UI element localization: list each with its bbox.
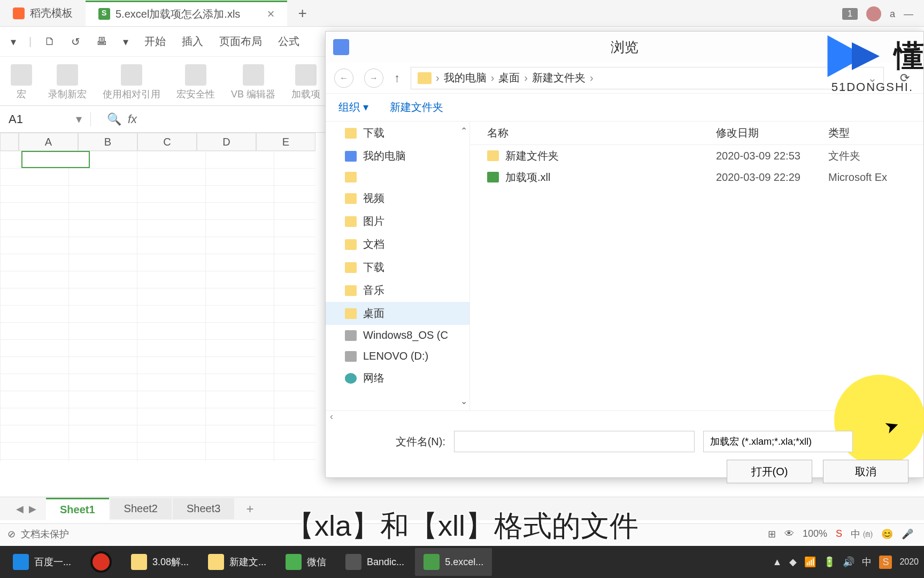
scroll-down-icon[interactable]: ⌄ [460, 396, 467, 406]
new-tab-button[interactable]: + [287, 5, 317, 22]
tree-item[interactable]: 桌面 [326, 302, 469, 325]
tree-item[interactable]: 下载 [326, 256, 469, 279]
user-avatar[interactable] [866, 6, 881, 21]
video-subtitle: 【xla】和【xll】格式的文件 [286, 507, 638, 546]
print-icon[interactable]: 🖶 [93, 33, 110, 50]
column-name[interactable]: 名称 [470, 126, 716, 140]
view-icon[interactable]: ⊞ [768, 528, 776, 540]
macro-button[interactable]: 宏 [11, 64, 32, 101]
tree-item[interactable]: LENOVO (D:) [326, 346, 469, 367]
file-row[interactable]: 加载项.xll2020-03-09 22:29Microsoft Ex [470, 166, 923, 188]
eye-icon[interactable]: 👁 [784, 528, 794, 539]
search-icon[interactable]: 🔍 [107, 112, 121, 126]
folder-tree[interactable]: ⌃ 下载我的电脑视频图片文档下载音乐桌面Windows8_OS (CLENOVO… [326, 121, 470, 410]
mic-icon[interactable]: 🎤 [902, 528, 913, 540]
taskbar-item[interactable]: 百度一... [4, 548, 80, 576]
tree-item[interactable]: 我的电脑 [326, 144, 469, 168]
menu-insert[interactable]: 插入 [179, 32, 206, 51]
tree-item[interactable] [326, 168, 469, 187]
tree-item[interactable]: Windows8_OS (C [326, 325, 469, 346]
forward-button[interactable]: → [364, 69, 383, 88]
fx-label[interactable]: fx [128, 112, 137, 126]
taskbar-item[interactable]: 微信 [277, 548, 335, 576]
addin-button[interactable]: 加载项 [291, 64, 320, 101]
cancel-button[interactable]: 取消 [823, 460, 908, 483]
open-button[interactable]: 打开(O) [727, 460, 812, 483]
tree-item[interactable]: 音乐 [326, 279, 469, 302]
tab-file[interactable]: 5.excel加载项怎么添加.xls × [86, 1, 287, 26]
tab-label: 稻壳模板 [30, 6, 73, 20]
filetype-dropdown[interactable]: 加载宏 (*.xlam;*.xla;*xll) [703, 431, 853, 452]
tree-item[interactable]: 下载 [326, 121, 469, 144]
notification-badge[interactable]: 1 [842, 8, 858, 20]
scroll-up-icon[interactable]: ⌃ [460, 126, 467, 136]
menu-formula[interactable]: 公式 [275, 32, 303, 51]
more-dropdown[interactable]: ▾ [120, 33, 132, 50]
zoom-level[interactable]: 100% [803, 528, 827, 539]
minimize-button[interactable]: — [904, 9, 913, 20]
folder-icon [345, 239, 357, 250]
tree-item[interactable]: 网络 [326, 367, 469, 390]
record-macro-button[interactable]: 录制新宏 [48, 64, 87, 101]
organize-button[interactable]: 组织 ▾ [338, 100, 368, 115]
col-header[interactable]: C [137, 133, 197, 151]
tray-icon[interactable]: ◆ [789, 556, 797, 568]
relative-ref-button[interactable]: 使用相对引用 [103, 64, 160, 101]
sheet-tab[interactable]: Sheet1 [46, 498, 109, 520]
col-header[interactable]: E [256, 133, 315, 151]
cell-reference-box[interactable]: A1▾ [0, 112, 91, 126]
active-cell[interactable] [21, 151, 90, 168]
tree-item[interactable]: 视频 [326, 187, 469, 210]
folder-icon [487, 150, 499, 161]
tray-icon[interactable]: 📶 [804, 556, 816, 568]
ime-lang[interactable]: 中 ㉂ [851, 528, 873, 541]
tray-clock[interactable]: 2020 [899, 557, 919, 567]
col-header[interactable]: A [19, 133, 78, 151]
tray-icon[interactable]: ▲ [773, 557, 782, 568]
system-tray: ▲ ◆ 📶 🔋 🔊 中 S 2020 [773, 556, 919, 569]
tree-item[interactable]: 文档 [326, 233, 469, 256]
close-icon[interactable]: × [267, 6, 274, 21]
menu-layout[interactable]: 页面布局 [216, 32, 265, 51]
taskbar-item[interactable] [82, 548, 120, 576]
sheet-tab[interactable]: Sheet2 [110, 498, 172, 519]
undo-icon[interactable]: ↺ [68, 33, 83, 50]
vb-editor-button[interactable]: VB 编辑器 [231, 64, 275, 101]
ime-tray-icon[interactable]: S [879, 556, 892, 569]
spreadsheet-grid[interactable]: A B C D E [0, 133, 315, 465]
tree-item[interactable]: 图片 [326, 210, 469, 233]
tray-icon[interactable]: 🔊 [843, 556, 854, 568]
sheet-tab[interactable]: Sheet3 [173, 498, 234, 519]
folder-icon [345, 262, 357, 273]
macro-security-button[interactable]: 宏安全性 [176, 64, 215, 101]
add-sheet-button[interactable]: + [235, 501, 264, 516]
col-header[interactable]: D [197, 133, 256, 151]
up-button[interactable]: ↑ [394, 71, 400, 85]
emoji-icon[interactable]: 😊 [881, 528, 893, 540]
menu-home[interactable]: 开始 [141, 32, 169, 51]
sheet-nav[interactable]: ◀▶ [16, 503, 36, 515]
filename-input[interactable] [454, 431, 695, 452]
menu-dropdown[interactable]: ▾ [7, 33, 19, 50]
user-name: a [890, 9, 895, 20]
taskbar: 百度一...3.08解...新建文...微信Bandic...5.excel..… [0, 546, 924, 578]
col-header[interactable]: B [78, 133, 137, 151]
save-icon[interactable]: 🗋 [41, 33, 58, 50]
ime-icon[interactable]: S [836, 528, 842, 539]
back-button[interactable]: ← [334, 69, 353, 88]
column-date[interactable]: 修改日期 [716, 126, 828, 140]
taskbar-item[interactable]: 3.08解... [122, 548, 197, 576]
folder-icon [345, 308, 357, 319]
tray-lang[interactable]: 中 [862, 556, 872, 568]
tab-template[interactable]: 稻壳模板 [0, 1, 86, 26]
dialog-icon [333, 39, 349, 55]
taskbar-item[interactable]: 5.excel... [415, 548, 492, 576]
file-row[interactable]: 新建文件夹2020-03-09 22:53文件夹 [470, 145, 923, 166]
new-folder-button[interactable]: 新建文件夹 [390, 100, 443, 115]
taskbar-item[interactable]: Bandic... [337, 548, 413, 576]
column-type[interactable]: 类型 [828, 126, 923, 140]
filename-label: 文件名(N): [338, 435, 445, 449]
taskbar-item[interactable]: 新建文... [199, 548, 275, 576]
breadcrumb[interactable]: › 我的电脑 › 桌面 › 新建文件夹 › ⌄ [411, 67, 884, 89]
tray-icon[interactable]: 🔋 [823, 556, 835, 568]
